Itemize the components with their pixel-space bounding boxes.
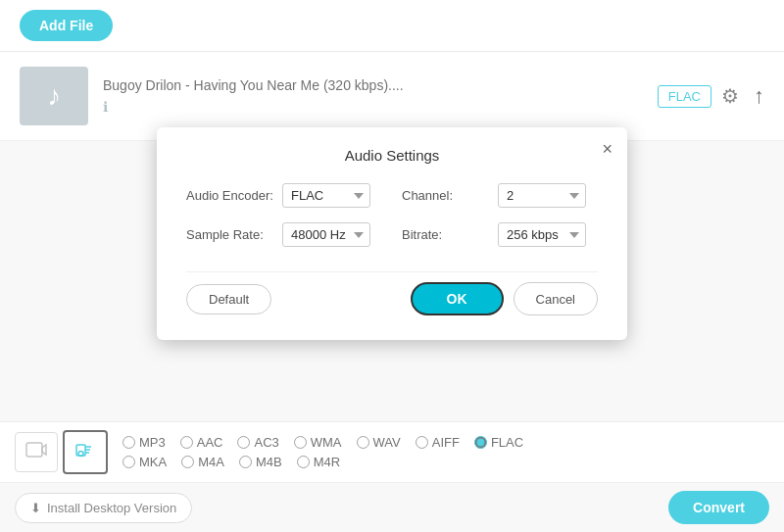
modal-overlay: × Audio Settings Audio Encoder: FLAC MP3… bbox=[0, 0, 784, 532]
channel-row: Channel: 2 1 bbox=[402, 183, 598, 208]
audio-encoder-label: Audio Encoder: bbox=[186, 188, 274, 203]
audio-encoder-select[interactable]: FLAC MP3 AAC bbox=[282, 183, 370, 208]
modal-title: Audio Settings bbox=[186, 147, 598, 164]
bitrate-row: Bitrate: 256 kbps 128 kbps 320 kbps bbox=[402, 222, 598, 247]
bitrate-select[interactable]: 256 kbps 128 kbps 320 kbps bbox=[498, 222, 586, 247]
channel-label: Channel: bbox=[402, 188, 490, 203]
audio-encoder-row: Audio Encoder: FLAC MP3 AAC bbox=[186, 183, 382, 208]
sample-rate-select[interactable]: 48000 Hz 44100 Hz 22050 Hz bbox=[282, 222, 370, 247]
ok-button[interactable]: OK bbox=[411, 282, 504, 315]
channel-select[interactable]: 2 1 bbox=[498, 183, 586, 208]
modal-footer-right: OK Cancel bbox=[411, 282, 598, 315]
default-button[interactable]: Default bbox=[186, 284, 271, 314]
settings-grid: Audio Encoder: FLAC MP3 AAC Channel: 2 1… bbox=[186, 183, 598, 247]
sample-rate-row: Sample Rate: 48000 Hz 44100 Hz 22050 Hz bbox=[186, 222, 382, 247]
modal-close-button[interactable]: × bbox=[602, 139, 612, 160]
cancel-button[interactable]: Cancel bbox=[514, 282, 598, 315]
audio-settings-modal: × Audio Settings Audio Encoder: FLAC MP3… bbox=[157, 127, 627, 340]
sample-rate-label: Sample Rate: bbox=[186, 227, 274, 242]
modal-footer: Default OK Cancel bbox=[186, 271, 598, 315]
bitrate-label: Bitrate: bbox=[402, 227, 490, 242]
